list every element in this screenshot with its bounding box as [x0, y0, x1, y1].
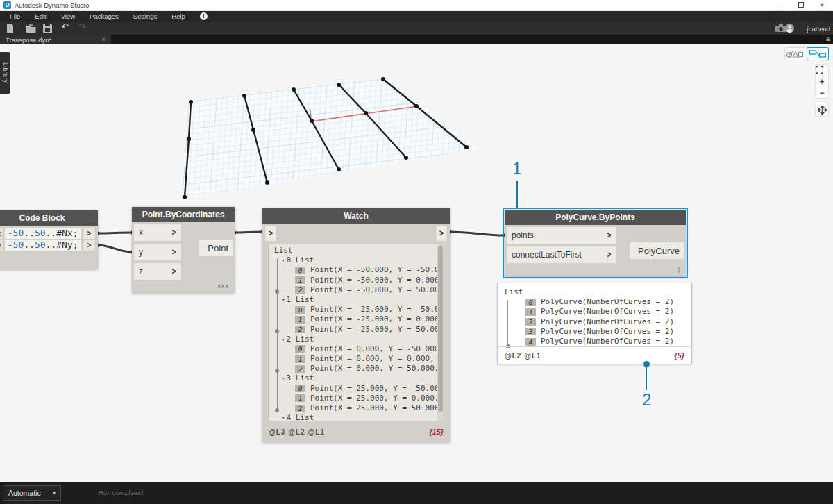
zoom-out-button[interactable]: −: [816, 88, 828, 99]
dynamo-logo-icon: D: [3, 1, 11, 9]
watch-item: 2Point(X = 0.000, Y = 50.000,: [274, 364, 444, 373]
run-mode-dropdown[interactable]: Automatic ▾: [3, 485, 61, 501]
minimize-button[interactable]: –: [769, 0, 789, 10]
close-button[interactable]: ×: [812, 0, 832, 10]
codeblock-code-line[interactable]: -50..50..#Nx;: [5, 228, 82, 239]
geometry-view-button[interactable]: [784, 47, 805, 60]
output-preview-bubble[interactable]: List 0PolyCurve(NumberOfCurves = 2) 1Pol…: [497, 283, 692, 364]
watch-group-header[interactable]: ▾2 List: [274, 335, 444, 344]
maximize-button[interactable]: [791, 0, 811, 10]
annotation-1-line: [516, 181, 518, 208]
wire-point-to-watch: [235, 232, 262, 233]
collapse-icon[interactable]: ▾: [281, 335, 285, 344]
node-code-block[interactable]: Code Block x -50..50..#Nx; > y -50..50..…: [0, 210, 98, 269]
watch-group-header[interactable]: ▾0 List: [274, 255, 444, 265]
pan-button[interactable]: [815, 103, 829, 117]
username-label: jhattend: [807, 25, 830, 33]
port-points[interactable]: points>: [507, 227, 616, 244]
menu-edit[interactable]: Edit: [35, 12, 46, 20]
watch-scrollbar[interactable]: [437, 244, 444, 421]
codeblock-input-label[interactable]: y: [0, 240, 3, 251]
collapse-icon[interactable]: ▾: [281, 255, 285, 265]
collapse-icon[interactable]: ▾: [281, 373, 285, 383]
annotation-1-label: 1: [512, 159, 521, 178]
menu-bar: File Edit View Packages Settings Help !: [0, 11, 833, 22]
index-badge: 0: [295, 267, 305, 274]
library-flyout-tab[interactable]: Library: [0, 52, 10, 94]
watch-input-port[interactable]: >: [265, 226, 276, 241]
watch-group-header[interactable]: ▾1 List: [274, 295, 444, 305]
port-point-output[interactable]: Point: [199, 240, 233, 256]
watch-item: 0Point(X = -50.000, Y = -50.0: [274, 265, 444, 275]
watch-item: 0Point(X = -25.000, Y = -50.0: [274, 305, 444, 314]
port-z[interactable]: z>: [134, 263, 181, 280]
watch-list-panel[interactable]: List ▾0 List 0Point(X = -50.000, Y = -50…: [268, 244, 444, 421]
port-chevron-icon: >: [607, 230, 612, 240]
bubble-item: 4PolyCurve(NumberOfCurves = 2): [505, 337, 691, 346]
list-levels-label[interactable]: @L3 @L2 @L1: [269, 428, 325, 436]
watch-group-header[interactable]: ▾4 List: [274, 413, 444, 421]
graph-canvas[interactable]: Library + − Code Block: [0, 44, 833, 482]
tab-label: Transpose.dyn*: [6, 36, 51, 44]
port-chevron-icon: >: [172, 228, 176, 237]
index-badge: 2: [295, 365, 305, 373]
node-point-bycoordinates[interactable]: Point.ByCoordinates x> y> z> Point xxx: [132, 207, 235, 293]
fit-view-button[interactable]: [816, 66, 828, 77]
redo-icon[interactable]: ↷: [78, 22, 86, 32]
port-chevron-icon: >: [172, 267, 176, 276]
graph-view-button[interactable]: [807, 47, 829, 60]
zoom-in-button[interactable]: +: [816, 77, 828, 88]
tab-overflow-icon[interactable]: ≡: [826, 35, 830, 43]
node-polycurve-bypoints[interactable]: PolyCurve.ByPoints points> connectLastTo…: [505, 210, 686, 276]
codeblock-input-label[interactable]: x: [0, 228, 3, 239]
undo-icon[interactable]: ↶: [61, 22, 69, 32]
index-badge: 2: [295, 286, 305, 294]
port-y[interactable]: y>: [134, 244, 181, 260]
node-watch-header[interactable]: Watch: [262, 208, 450, 224]
menu-settings[interactable]: Settings: [133, 12, 157, 20]
new-file-icon[interactable]: [6, 24, 15, 33]
save-icon[interactable]: [43, 24, 52, 33]
lacing-indicator[interactable]: xxx: [134, 283, 233, 291]
fit-view-icon: [816, 66, 823, 74]
codeblock-output-port[interactable]: >: [84, 228, 95, 239]
collapse-icon[interactable]: ▾: [281, 295, 285, 305]
node-point-header[interactable]: Point.ByCoordinates: [132, 207, 235, 222]
watch-item: 0Point(X = 0.000, Y = -50.000: [274, 344, 444, 354]
menu-file[interactable]: File: [10, 12, 20, 20]
menu-packages[interactable]: Packages: [90, 12, 119, 20]
watch-item: 2Point(X = -50.000, Y = 50.00: [274, 285, 444, 295]
index-badge: 1: [295, 355, 305, 363]
app-title: Autodesk Dynamo Studio: [15, 1, 89, 9]
node-polycurve-header[interactable]: PolyCurve.ByPoints: [505, 210, 686, 225]
user-avatar[interactable]: [785, 24, 794, 33]
list-levels-label[interactable]: @L2 @L1: [505, 352, 541, 360]
codeblock-output-port[interactable]: >: [84, 240, 95, 251]
watch-group-header[interactable]: ▾3 List: [274, 373, 444, 383]
wire-codeblock-to-y: [98, 245, 132, 252]
tab-close-icon[interactable]: ×: [102, 36, 106, 43]
codeblock-code-line[interactable]: -50..50..#Ny;: [5, 240, 82, 251]
watch-item: 0Point(X = 25.000, Y = -50.00: [274, 384, 444, 394]
bubble-item: 3PolyCurve(NumberOfCurves = 2): [505, 327, 691, 337]
menu-help[interactable]: Help: [171, 12, 185, 20]
graph-nodes-icon: [809, 50, 826, 58]
port-x[interactable]: x>: [134, 224, 181, 241]
port-connectlasttofirst[interactable]: connectLastToFirst>: [507, 246, 616, 263]
tree-dot: [275, 369, 279, 373]
menu-view[interactable]: View: [61, 12, 75, 20]
node-watch[interactable]: Watch > > List ▾0 List 0Point(X = -50.00…: [262, 208, 450, 442]
zoom-panel: + −: [815, 64, 829, 99]
scrollbar-thumb[interactable]: [438, 246, 443, 412]
lacing-indicator[interactable]: |: [507, 266, 684, 274]
node-code-block-header[interactable]: Code Block: [0, 210, 98, 226]
open-file-icon[interactable]: [26, 24, 36, 33]
index-badge: 1: [295, 316, 305, 324]
index-badge: 1: [295, 276, 305, 284]
watch-output-port[interactable]: >: [436, 226, 446, 241]
notifications-icon[interactable]: !: [200, 12, 208, 20]
bubble-row-root: List: [505, 287, 691, 297]
tab-transpose[interactable]: Transpose.dyn* ×: [0, 35, 111, 44]
port-polycurve-output[interactable]: PolyCurve: [630, 242, 684, 259]
collapse-icon[interactable]: ▾: [281, 413, 285, 421]
